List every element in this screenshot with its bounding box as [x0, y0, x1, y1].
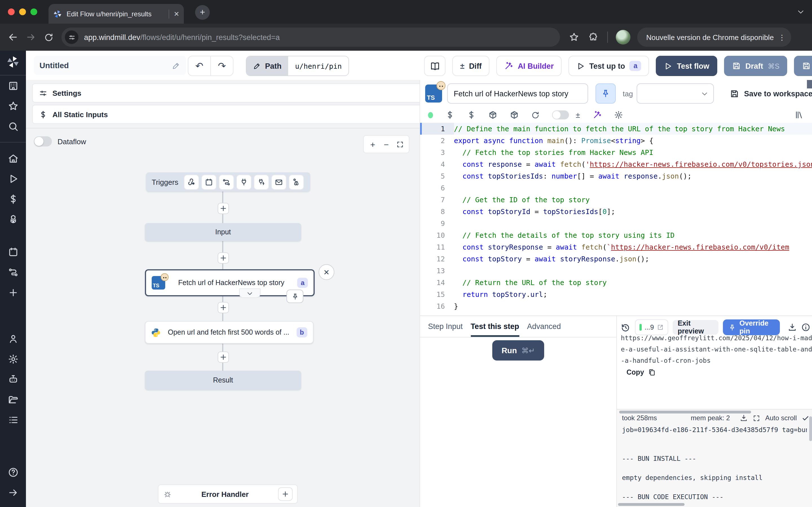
auto-scroll-check-icon[interactable] [802, 414, 809, 421]
profile-avatar[interactable] [616, 30, 630, 45]
bookmark-star-icon[interactable] [569, 32, 579, 42]
zoom-out-button[interactable]: − [379, 139, 393, 149]
sidebar-plus-icon[interactable] [0, 282, 26, 302]
code-line[interactable]: 3 // Fetch the top stories from Hacker N… [420, 147, 812, 158]
variables-dollar-icon[interactable] [446, 110, 455, 119]
plug-trigger-icon[interactable] [236, 174, 252, 189]
close-window-button[interactable] [8, 8, 15, 15]
zoom-window-button[interactable] [31, 8, 37, 15]
reset-icon[interactable] [531, 111, 540, 119]
close-tab-icon[interactable]: ✕ [174, 10, 179, 18]
sidebar-building-icon[interactable] [0, 75, 26, 96]
code-line[interactable]: 12 const topStory = await storyResponse.… [420, 253, 812, 265]
history-icon[interactable] [621, 323, 630, 332]
zoom-in-button[interactable]: + [366, 139, 379, 149]
sidebar-cubes-icon[interactable] [0, 209, 26, 229]
code-line[interactable]: 16} [420, 300, 812, 312]
ai-builder-button[interactable]: AI Builder [496, 56, 562, 76]
log-horizontal-scrollbar[interactable] [618, 503, 684, 506]
mail-trigger-icon[interactable] [271, 174, 287, 189]
error-handler-node[interactable]: Error Handler [158, 485, 298, 504]
expand-logs-icon[interactable] [753, 414, 760, 421]
test-up-to-step-badge[interactable]: a [629, 61, 642, 71]
calendar-trigger-icon[interactable] [201, 174, 216, 189]
result-url[interactable]: https://www.geoffreylitt.com/2025/04/12/… [621, 332, 812, 366]
redo-button[interactable]: ↷ [210, 56, 233, 75]
code-line[interactable]: 7 // Get the ID of the top story [420, 194, 812, 206]
log-output[interactable]: job=019634fd-e186-211f-5364-d3e4385d57f9… [622, 425, 807, 503]
resources-dollar-icon[interactable] [467, 110, 476, 119]
sidebar-person-icon[interactable] [0, 328, 26, 349]
docs-button[interactable] [424, 56, 446, 76]
triggers-node[interactable]: Triggers [146, 172, 310, 191]
run-button[interactable]: Run ⌘↵ [492, 340, 544, 360]
tab-search-chevron-icon[interactable] [794, 5, 808, 18]
editor-settings-gear-icon[interactable] [614, 110, 623, 119]
sidebar-search-icon[interactable] [0, 116, 26, 136]
ai-wand-icon[interactable] [592, 110, 601, 119]
windmill-logo-icon[interactable] [6, 55, 20, 69]
minimize-window-button[interactable] [19, 8, 26, 15]
sidebar-star-icon[interactable] [0, 96, 26, 116]
sidebar-robot-icon[interactable] [0, 369, 26, 389]
fit-view-icon[interactable] [393, 140, 407, 148]
code-line[interactable]: 9 [420, 217, 812, 229]
step-node-b[interactable]: Open url and fetch first 500 words of ..… [145, 321, 313, 344]
collapse-step-chevron-icon[interactable] [239, 288, 260, 298]
save-to-workspace-button[interactable]: Save to workspace [730, 89, 812, 98]
download-result-icon[interactable] [788, 323, 797, 332]
input-node[interactable]: Input [145, 223, 301, 241]
new-tab-button[interactable]: + [195, 5, 210, 20]
deploy-button[interactable]: Deploy [794, 56, 812, 76]
code-line[interactable]: 11 const storyResponse = await fetch(`ht… [420, 241, 812, 253]
all-static-inputs-row[interactable]: All Static Inputs [32, 105, 419, 124]
log-vertical-scrollbar[interactable] [809, 416, 812, 441]
test-up-to-button[interactable]: Test up to a [568, 56, 649, 76]
plug-bolt-trigger-icon[interactable] [254, 174, 269, 189]
sidebar-gear-icon[interactable] [0, 349, 26, 369]
code-line[interactable]: 2export async function main(): Promise<s… [420, 135, 812, 147]
external-link-icon[interactable] [657, 324, 663, 331]
url-bar[interactable]: app.windmill.dev/flows/edit/u/henri/pin_… [61, 27, 560, 47]
add-step-button[interactable] [218, 302, 229, 313]
flow-name-field[interactable]: Untitled [34, 56, 186, 75]
sidebar-route-icon[interactable] [0, 262, 26, 282]
add-step-button[interactable] [218, 252, 229, 264]
tag-select[interactable] [637, 83, 714, 104]
code-line[interactable]: 10 // Fetch the details of the top story… [420, 229, 812, 241]
tab-test-this-step[interactable]: Test this step [470, 316, 519, 337]
editor-scroll-marker[interactable] [807, 80, 812, 89]
tab-step-input[interactable]: Step Input [428, 316, 463, 337]
add-error-handler-icon[interactable] [278, 487, 293, 501]
chrome-update-button[interactable]: Nouvelle version de Chrome disponible ⋮ [637, 27, 791, 47]
chrome-menu-kebab-icon[interactable]: ⋮ [778, 33, 785, 41]
sidebar-help-icon[interactable] [0, 462, 26, 482]
draft-button[interactable]: Draft ⌘S [724, 56, 788, 76]
sidebar-list-icon[interactable] [0, 409, 26, 430]
pinned-step-pin-icon[interactable] [287, 290, 303, 303]
code-line[interactable]: 14 // Return the URL of the top story [420, 277, 812, 288]
flow-settings-row[interactable]: Settings [32, 83, 419, 103]
pin-button[interactable] [596, 83, 616, 104]
sidebar-dollar-icon[interactable] [0, 189, 26, 209]
undo-button[interactable]: ↶ [188, 56, 210, 75]
tab-advanced[interactable]: Advanced [527, 316, 561, 337]
diff-button[interactable]: ± Diff [452, 56, 490, 76]
info-icon[interactable] [801, 323, 810, 332]
webhook-trigger-icon[interactable] [184, 174, 199, 189]
add-step-button[interactable] [218, 203, 229, 214]
back-icon[interactable] [8, 32, 18, 42]
dataflow-toggle[interactable] [34, 136, 52, 147]
poll-trigger-icon[interactable] [289, 174, 304, 189]
code-line[interactable]: 1// Define the main function to fetch th… [420, 123, 812, 135]
code-line[interactable]: 15 return topStory.url; [420, 288, 812, 300]
site-info-icon[interactable] [65, 31, 79, 44]
log-horizontal-scrollbar[interactable] [619, 411, 751, 413]
sidebar-play-icon[interactable] [0, 168, 26, 189]
copy-result-button[interactable]: Copy [626, 369, 656, 376]
diff-plus-minus-icon[interactable]: ± [576, 110, 580, 119]
sidebar-home-icon[interactable] [0, 148, 26, 168]
download-logs-icon[interactable] [740, 414, 748, 422]
sidebar-folder-icon[interactable] [0, 389, 26, 409]
remove-step-icon[interactable]: ✕ [319, 264, 335, 280]
